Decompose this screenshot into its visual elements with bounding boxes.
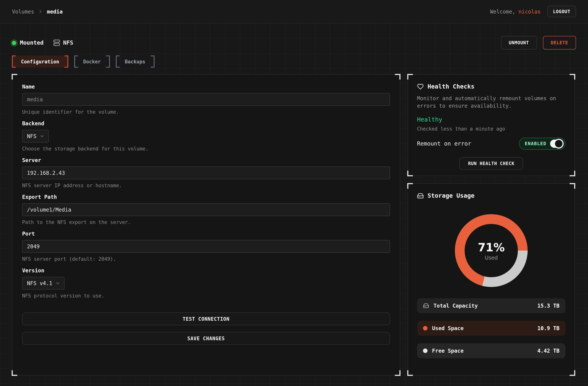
- version-select[interactable]: NFS v4.1: [22, 277, 65, 290]
- storage-used-caption: Used: [485, 255, 498, 260]
- health-status: Healthy: [417, 116, 566, 123]
- legend-row-used: Used Space 10.9 TB: [417, 321, 566, 336]
- version-select-value: NFS v4.1: [27, 280, 52, 286]
- health-last-checked: Checked less than a minute ago: [417, 126, 566, 131]
- breadcrumb-volumes-link[interactable]: Volumes: [12, 8, 34, 14]
- backend-select-value: NFS: [27, 133, 37, 139]
- version-helper: NFS protocol version to use.: [22, 293, 390, 299]
- mount-status-label: Mounted: [20, 39, 43, 46]
- toggle-knob: [554, 139, 564, 148]
- corner-accent: [12, 370, 17, 376]
- corner-accent: [570, 370, 575, 376]
- topbar: Volumes media Welcome, nicolas LOGOUT: [0, 0, 588, 23]
- remount-label: Remount on error: [417, 140, 471, 147]
- corner-accent: [570, 171, 575, 176]
- backend-select[interactable]: NFS: [22, 130, 49, 143]
- legend-row-free: Free Space 4.42 TB: [417, 343, 566, 358]
- legend-used-value: 10.9 TB: [537, 325, 560, 331]
- corner-accent: [12, 74, 17, 80]
- save-changes-button[interactable]: SAVE CHANGES: [22, 332, 390, 345]
- corner-accent: [395, 74, 400, 80]
- field-export-path: Export Path Path to the NFS export on th…: [22, 194, 390, 225]
- corner-accent: [407, 74, 413, 80]
- delete-button[interactable]: DELETE: [543, 36, 576, 49]
- unmount-button[interactable]: UNMOUNT: [501, 36, 537, 49]
- backend-helper: Choose the storage backend for this volu…: [22, 146, 390, 151]
- tab-configuration[interactable]: Configuration: [12, 56, 68, 67]
- field-version: Version NFS v4.1 NFS protocol version to…: [22, 267, 390, 299]
- chevron-down-icon: [40, 133, 45, 139]
- status-actions: UNMOUNT DELETE: [501, 36, 576, 49]
- free-space-dot: [423, 348, 427, 353]
- field-backend: Backend NFS Choose the storage backend f…: [22, 120, 390, 151]
- export-path-helper: Path to the NFS export on the server.: [22, 219, 390, 225]
- field-port: Port NFS server port (default: 2049).: [22, 231, 390, 262]
- storage-donut-chart: 71% Used: [455, 214, 528, 287]
- corner-accent: [395, 370, 400, 376]
- configuration-panel: Name Unique identifier for the volume. B…: [12, 74, 400, 375]
- storage-legend: Total Capacity 15.3 TB Used Space 10.9 T…: [417, 298, 566, 358]
- corner-accent: [407, 370, 413, 376]
- mount-status: Mounted: [12, 39, 43, 46]
- app-window: Volumes media Welcome, nicolas LOGOUT Mo…: [0, 0, 588, 386]
- legend-row-total: Total Capacity 15.3 TB: [417, 298, 566, 313]
- export-path-label: Export Path: [22, 194, 390, 200]
- backend-badge: NFS: [53, 39, 73, 46]
- server-input[interactable]: [22, 167, 390, 179]
- panels: Name Unique identifier for the volume. B…: [12, 74, 576, 375]
- chevron-right-icon: [38, 9, 43, 14]
- breadcrumb: Volumes media: [12, 8, 63, 14]
- legend-free-label: Free Space: [432, 348, 464, 354]
- remount-toggle-label: ENABLED: [525, 141, 546, 146]
- version-label: Version: [22, 267, 390, 274]
- storage-used-percent: 71%: [478, 241, 505, 254]
- corner-accent: [570, 183, 575, 189]
- port-helper: NFS server port (default: 2049).: [22, 256, 390, 262]
- chevron-down-icon: [55, 280, 61, 286]
- hard-drive-icon: [423, 303, 429, 309]
- tab-backups[interactable]: Backups: [116, 56, 154, 67]
- name-label: Name: [22, 84, 390, 90]
- port-input[interactable]: [22, 240, 390, 253]
- port-label: Port: [22, 231, 390, 237]
- storage-panel-header: Storage Usage: [417, 192, 566, 199]
- run-health-check-button[interactable]: RUN HEALTH CHECK: [459, 157, 523, 170]
- health-panel-title: Health Checks: [427, 83, 474, 90]
- server-helper: NFS server IP address or hostname.: [22, 183, 390, 188]
- mounted-status-dot: [12, 41, 16, 45]
- logout-button[interactable]: LOGOUT: [547, 6, 576, 17]
- field-name: Name Unique identifier for the volume.: [22, 84, 390, 115]
- topbar-right: Welcome, nicolas LOGOUT: [490, 6, 576, 17]
- legend-total-value: 15.3 TB: [537, 303, 560, 309]
- corner-accent: [570, 74, 575, 80]
- server-icon: [53, 39, 60, 46]
- hard-drive-icon: [417, 192, 424, 199]
- right-column: Health Checks Monitor and automatically …: [408, 74, 575, 375]
- health-description: Monitor and automatically remount volume…: [417, 95, 566, 110]
- storage-donut-center: 71% Used: [465, 224, 518, 277]
- welcome-text: Welcome, nicolas: [490, 8, 541, 14]
- backend-label: Backend: [22, 120, 390, 127]
- remount-row: Remount on error ENABLED: [417, 137, 566, 150]
- health-checks-panel: Health Checks Monitor and automatically …: [408, 74, 575, 176]
- main-area: Mounted NFS UNMOUNT DELETE Configuration…: [0, 23, 588, 386]
- username: nicolas: [518, 8, 541, 14]
- corner-accent: [407, 183, 413, 189]
- corner-accent: [407, 171, 413, 176]
- storage-panel-title: Storage Usage: [427, 192, 474, 199]
- health-panel-header: Health Checks: [417, 83, 566, 90]
- toggle-switch: [550, 139, 563, 148]
- export-path-input[interactable]: [22, 203, 390, 216]
- heart-icon: [417, 83, 424, 90]
- storage-usage-panel: Storage Usage 71% Used: [408, 183, 575, 375]
- server-label: Server: [22, 157, 390, 163]
- name-helper: Unique identifier for the volume.: [22, 109, 390, 115]
- legend-used-label: Used Space: [432, 325, 464, 331]
- legend-free-value: 4.42 TB: [537, 348, 560, 354]
- tabs: Configuration Docker Backups: [12, 56, 576, 67]
- name-input[interactable]: [22, 93, 390, 106]
- legend-total-label: Total Capacity: [434, 303, 478, 309]
- test-connection-button[interactable]: TEST CONNECTION: [22, 312, 390, 325]
- tab-docker[interactable]: Docker: [74, 56, 110, 67]
- remount-toggle[interactable]: ENABLED: [519, 137, 566, 150]
